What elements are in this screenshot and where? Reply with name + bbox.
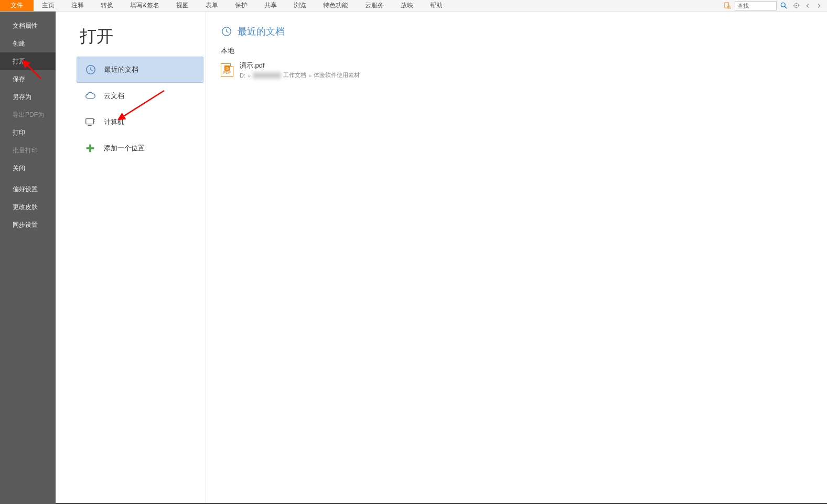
recent-file-row[interactable]: G PDF 演示.pdf D: » (redacted) 工作文档 » 体验软件… [221,59,588,81]
file-name: 演示.pdf [240,61,360,70]
ribbon-tab-special[interactable]: 特色功能 [315,0,357,11]
search-input[interactable] [735,1,777,10]
svg-rect-12 [86,119,94,124]
sidebar-item-sync[interactable]: 同步设置 [0,216,56,234]
plus-icon [84,142,96,155]
nav-prev-icon[interactable] [803,1,812,10]
recent-group-local: 本地 [221,46,827,56]
ribbon-spacer [451,0,722,11]
ribbon-tab-home[interactable]: 主页 [34,0,63,11]
sidebar-item-save[interactable]: 保存 [0,70,56,88]
ribbon-tab-help[interactable]: 帮助 [422,0,451,11]
location-recent[interactable]: 最近的文档 [77,57,203,83]
svg-line-2 [729,8,731,9]
sidebar-item-open[interactable]: 打开 [0,52,56,70]
ribbon-tab-view[interactable]: 视图 [168,0,197,11]
computer-icon [84,116,96,128]
open-locations: 打开 最近的文档 云文档 计算机 添加一个位置 [56,12,206,504]
section-title: 最近的文档 [238,25,285,38]
sidebar-item-create[interactable]: 创建 [0,35,56,52]
ribbon-tab-file[interactable]: 文件 [0,0,34,11]
recent-content: 最近的文档 本地 G PDF 演示.pdf D: » (redacted) 工作… [206,12,827,504]
sidebar-item-properties[interactable]: 文档属性 [0,17,56,35]
ribbon-tab-protect[interactable]: 保护 [227,0,256,11]
file-path: D: » (redacted) 工作文档 » 体验软件使用素材 [240,71,360,79]
pdf-file-icon: G PDF [221,63,233,77]
ribbon: 文件 主页 注释 转换 填写&签名 视图 表单 保护 共享 浏览 特色功能 云服… [0,0,827,12]
ribbon-tab-form[interactable]: 表单 [197,0,227,11]
ribbon-tab-fillsign[interactable]: 填写&签名 [122,0,168,11]
ribbon-tab-play[interactable]: 放映 [392,0,422,11]
ribbon-tab-share[interactable]: 共享 [256,0,285,11]
svg-rect-13 [88,125,91,126]
sidebar-item-export[interactable]: 导出PDF为 [0,106,56,124]
location-label: 最近的文档 [104,65,138,74]
page-title: 打开 [77,25,206,48]
svg-rect-0 [725,2,729,8]
sidebar-item-close[interactable]: 关闭 [0,159,56,177]
search-go-icon[interactable] [779,1,789,11]
sidebar-item-print[interactable]: 打印 [0,124,56,141]
clock-icon [221,26,232,37]
svg-point-3 [781,3,785,7]
ribbon-tab-convert[interactable]: 转换 [92,0,122,11]
sidebar-item-preferences[interactable]: 偏好设置 [0,180,56,198]
location-cloud[interactable]: 云文档 [77,83,203,109]
svg-point-6 [796,5,797,6]
location-add[interactable]: 添加一个位置 [77,135,203,161]
file-sidebar: 文档属性 创建 打开 保存 另存为 导出PDF为 打印 批量打印 关闭 偏好设置… [0,12,56,504]
settings-icon[interactable] [791,1,801,10]
location-computer[interactable]: 计算机 [77,109,203,135]
location-label: 添加一个位置 [104,144,145,153]
clock-icon [84,63,97,76]
location-label: 计算机 [104,117,124,127]
sidebar-item-skin[interactable]: 更改皮肤 [0,198,56,216]
search-page-icon[interactable] [722,1,733,11]
ribbon-tab-cloud[interactable]: 云服务 [357,0,392,11]
svg-line-4 [785,6,787,8]
ribbon-tab-browse[interactable]: 浏览 [285,0,315,11]
nav-next-icon[interactable] [814,1,824,10]
cloud-icon [84,90,96,102]
ribbon-tools [722,0,827,11]
sidebar-item-saveas[interactable]: 另存为 [0,88,56,106]
location-label: 云文档 [104,91,124,101]
ribbon-tab-comment[interactable]: 注释 [63,0,92,11]
sidebar-item-batchprint[interactable]: 批量打印 [0,141,56,159]
